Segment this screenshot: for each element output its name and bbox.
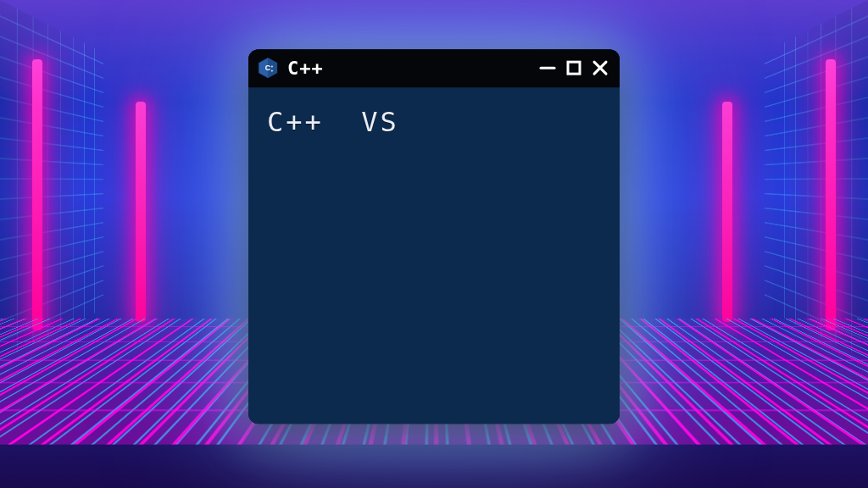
window-controls — [538, 58, 609, 77]
svg-text:C: C — [265, 64, 271, 72]
maximize-icon — [565, 59, 582, 76]
maximize-button[interactable] — [565, 59, 582, 76]
window-title: C++ — [287, 58, 324, 79]
minimize-button[interactable] — [538, 58, 557, 77]
window-content: C++ VS — [248, 86, 620, 424]
titlebar[interactable]: C + + C++ — [248, 49, 620, 86]
svg-rect-6 — [568, 62, 580, 74]
minimize-icon — [538, 58, 557, 77]
svg-text:+: + — [270, 64, 273, 69]
close-icon — [591, 58, 609, 77]
cpp-hex-icon: C + + — [257, 57, 279, 79]
bg-pillar — [136, 102, 146, 322]
bg-pillar — [722, 102, 732, 322]
window-glow-wrap: C + + C++ — [248, 49, 620, 424]
svg-text:+: + — [270, 69, 273, 73]
app-window: C + + C++ — [248, 49, 620, 424]
headline-text: C++ VS — [267, 106, 601, 138]
close-button[interactable] — [591, 58, 609, 77]
